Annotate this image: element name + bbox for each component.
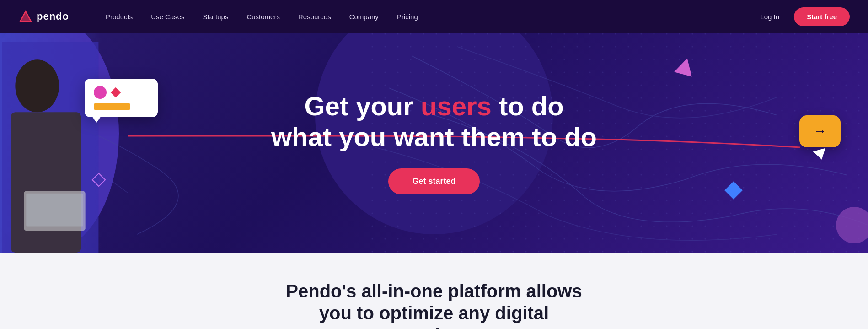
svg-rect-8 xyxy=(26,194,83,227)
widget-diamond-icon xyxy=(111,87,121,98)
nav-company[interactable]: Company xyxy=(349,13,379,21)
nav-products[interactable]: Products xyxy=(106,13,133,21)
hero-ui-widget xyxy=(85,79,158,117)
widget-bar xyxy=(94,103,130,110)
logo-text: pendo xyxy=(37,11,69,22)
widget-icons xyxy=(94,86,149,99)
svg-point-5 xyxy=(15,59,59,112)
svg-rect-6 xyxy=(11,112,81,253)
headline-part2: to do xyxy=(492,91,564,121)
get-started-button[interactable]: Get started xyxy=(388,168,479,194)
headline-part1: Get your xyxy=(304,91,421,121)
start-free-button[interactable]: Start free xyxy=(794,7,850,26)
hero-headline: Get your users to do what you want them … xyxy=(271,91,597,152)
hero-triangle-decoration xyxy=(674,56,696,76)
login-button[interactable]: Log In xyxy=(760,13,779,21)
hero-purple-blob-decoration xyxy=(836,207,868,243)
widget-tail xyxy=(92,116,101,123)
nav-customers[interactable]: Customers xyxy=(246,13,280,21)
navbar: pendo Products Use Cases Startups Custom… xyxy=(0,0,868,33)
hero-content: Get your users to do what you want them … xyxy=(271,91,597,194)
headline-accent: users xyxy=(421,91,492,121)
nav-startups[interactable]: Startups xyxy=(203,13,229,21)
arrow-right-icon: → xyxy=(814,124,826,139)
person-silhouette xyxy=(0,42,101,253)
headline-line2: what you want them to do xyxy=(271,122,597,151)
bottom-headline: Pendo's all-in-one platform allows you t… xyxy=(274,280,594,329)
hero-person-image xyxy=(0,33,101,253)
nav-resources[interactable]: Resources xyxy=(298,13,331,21)
nav-right: Log In Start free xyxy=(760,7,850,26)
hero-section: → Get your users to do what you want the… xyxy=(0,33,868,253)
hero-cursor-icon xyxy=(813,148,828,161)
hero-blue-diamond-decoration xyxy=(724,181,743,200)
nav-pricing[interactable]: Pricing xyxy=(397,13,418,21)
logo[interactable]: pendo xyxy=(18,9,69,24)
widget-circle-icon xyxy=(94,86,107,99)
nav-use-cases[interactable]: Use Cases xyxy=(151,13,184,21)
pendo-logo-icon xyxy=(18,9,33,24)
bottom-section: Pendo's all-in-one platform allows you t… xyxy=(0,253,868,329)
hero-arrow-widget: → xyxy=(799,115,841,147)
nav-links: Products Use Cases Startups Customers Re… xyxy=(106,13,760,21)
